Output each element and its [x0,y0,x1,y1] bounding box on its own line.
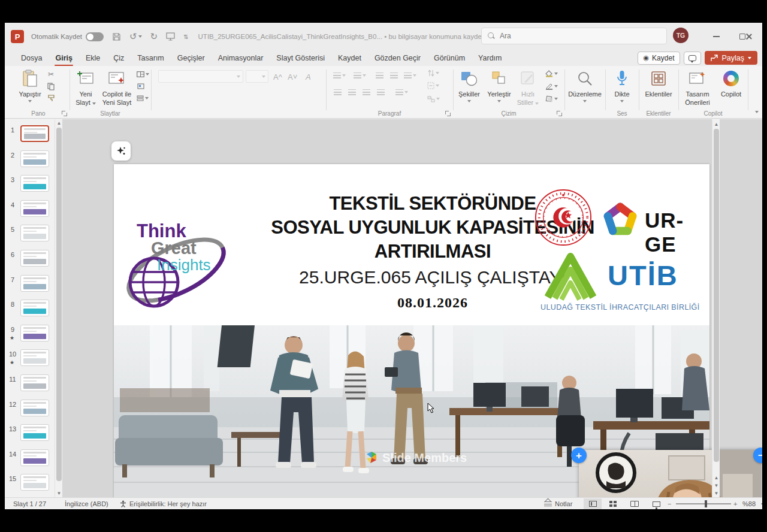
paste-button[interactable]: Yapıştır [17,68,43,102]
comments-button[interactable] [684,52,701,65]
design-ideas-button[interactable]: TasarımÖnerileri [680,68,715,107]
touch-mode-chevron-icon[interactable]: ⇅ [183,34,188,40]
zoom-in-button[interactable]: + [733,498,737,509]
slide-sorter-view-button[interactable] [604,498,622,509]
thumbnail-row-14[interactable]: 14 [5,449,55,466]
drawing-dialog-launcher[interactable] [557,111,562,116]
tab-tasarım[interactable]: Tasarım [131,52,170,65]
slideshow-view-button[interactable] [647,498,665,509]
thumbnail-scroll-up-icon[interactable]: ▲ [55,119,63,127]
undo-button[interactable]: ↺ [129,31,142,42]
zoom-slider-track[interactable] [676,503,731,504]
thumbnail-preview[interactable] [20,175,49,192]
tab-kaydet[interactable]: Kaydet [331,52,368,65]
thumbnail-preview[interactable] [20,374,49,391]
thumbnail-preview[interactable] [20,474,49,491]
dictate-button[interactable]: Dikte [609,68,635,102]
thumbnail-row-1[interactable]: 1 [5,125,55,142]
addins-button[interactable]: Eklentiler [641,68,676,99]
thumbnail-row-9[interactable]: 9★ [5,325,55,341]
thumbnail-preview[interactable] [20,225,49,241]
slide-scroll-up-icon[interactable]: ▲ [712,120,720,128]
shrink-font-button[interactable]: A˅ [288,70,297,81]
webcam-zoom-in-button[interactable]: + [571,448,587,463]
numbering-button[interactable] [352,71,367,80]
slide-scrollbar-thumb[interactable] [714,129,719,462]
copy-button[interactable] [46,81,56,91]
previous-slide-icon[interactable]: ▲ [712,474,720,482]
copilot-new-slide-button[interactable]: Copilot ileYeni Slayt [99,68,134,107]
align-left-button[interactable] [332,87,343,97]
grow-font-button[interactable]: A^ [273,70,282,81]
thumbnail-row-13[interactable]: 13 [5,424,55,441]
shapes-button[interactable]: Şekiller [455,68,483,102]
align-right-button[interactable] [361,87,372,97]
paragraph-dialog-launcher[interactable] [445,111,451,116]
shape-effects-button[interactable] [543,94,560,104]
tab-geçişler[interactable]: Geçişler [171,52,212,65]
thumbnail-scrollbar-thumb[interactable] [56,128,62,481]
thumbnail-scroll-down-icon[interactable]: ▼ [55,489,63,497]
thumbnail-row-8[interactable]: 8 [5,300,55,316]
font-size-combo[interactable] [246,70,268,83]
autosave-control[interactable]: Otomatik Kaydet [31,32,104,41]
tab-yardım[interactable]: Yardım [472,52,508,65]
redo-button[interactable]: ↻ [150,31,158,42]
save-location-label[interactable]: bu bilgisayar konumuna kaydedildi [388,33,494,40]
zoom-level[interactable]: %88 [742,498,756,509]
thumbnail-row-3[interactable]: 3 [5,175,55,192]
tab-gözden-geçir[interactable]: Gözden Geçir [368,52,427,65]
record-button[interactable]: ◉ Kaydet [638,52,681,65]
accessibility-status[interactable]: Erişilebilirlik: Her şey hazır [120,498,207,509]
ministry-of-trade-seal[interactable] [534,188,593,247]
increase-indent-button[interactable] [388,71,399,80]
editing-button[interactable]: Düzenleme [567,68,603,102]
thumbnail-row-15[interactable]: 15 [5,474,55,491]
slide-area-scrollbar[interactable]: ▲ ▲ ▼ ▼ [712,119,720,497]
autosave-toggle[interactable] [86,32,104,41]
thumbnail-preview[interactable] [20,125,49,142]
shape-fill-button[interactable] [543,69,560,78]
thumbnail-preview[interactable] [20,349,49,366]
tab-ekle[interactable]: Ekle [79,52,107,65]
thumbnail-preview[interactable] [20,325,49,341]
powerpoint-app-icon[interactable]: P [11,30,24,43]
thumbnail-row-11[interactable]: 11 [5,374,55,391]
font-name-combo[interactable] [158,70,243,83]
slide-scroll-down-icon[interactable]: ▼ [712,489,720,497]
thumbnail-preview[interactable] [20,449,49,466]
slide-canvas[interactable]: TEKSTİL SEKTÖRÜNDE SOSYAL UYGUNLUK KAPAS… [114,164,709,500]
normal-view-button[interactable] [584,498,602,509]
designer-floating-button[interactable] [111,141,131,161]
thumbnail-preview[interactable] [20,250,49,267]
shape-outline-button[interactable] [543,81,560,91]
tab-animasyonlar[interactable]: Animasyonlar [212,52,270,65]
search-box[interactable] [481,28,667,44]
fit-to-window-button[interactable] [761,498,762,509]
zoom-slider-thumb[interactable] [705,500,707,507]
reset-slide-button[interactable] [135,81,146,91]
clipboard-dialog-launcher[interactable] [62,111,67,116]
thumbnail-row-2[interactable]: 2 [5,150,55,167]
save-icon[interactable] [112,32,121,41]
tab-çiz[interactable]: Çiz [107,52,131,65]
columns-button[interactable] [394,87,409,97]
notes-button[interactable]: Notlar [544,498,572,509]
copilot-button[interactable]: Copilot [717,68,745,99]
zoom-out-button[interactable]: − [668,498,671,509]
tab-slayt-gösterisi[interactable]: Slayt Gösterisi [270,52,331,65]
smartart-convert-button[interactable] [425,94,441,104]
close-window-button[interactable] [736,23,762,50]
arrange-button[interactable]: Yerleştir [484,68,514,102]
thumbnail-preview[interactable] [20,400,49,416]
tab-dosya[interactable]: Dosya [14,52,49,65]
thumbnail-row-6[interactable]: 6 [5,250,55,267]
align-text-button[interactable] [425,81,441,90]
tab-görünüm[interactable]: Görünüm [427,52,472,65]
thumbnail-row-7[interactable]: 7 [5,275,55,292]
thumbnail-preview[interactable] [20,424,49,441]
justify-button[interactable] [375,87,386,97]
bullets-button[interactable] [332,71,346,80]
language-indicator[interactable]: İngilizce (ABD) [65,498,108,509]
decrease-indent-button[interactable] [374,71,385,80]
